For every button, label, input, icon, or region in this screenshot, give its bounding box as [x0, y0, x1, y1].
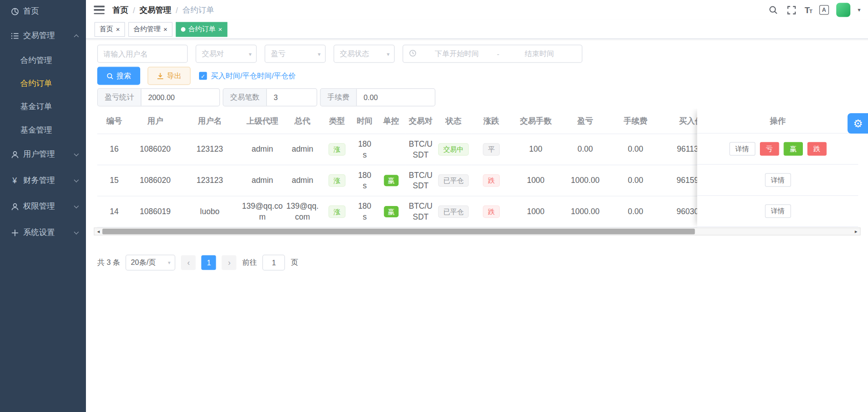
sidebar-item-user-management[interactable]: 用户管理 [0, 142, 86, 168]
win-button[interactable]: 赢 [783, 142, 803, 156]
hamburger-icon[interactable] [94, 6, 105, 14]
chevron-down-icon [74, 177, 79, 182]
breadcrumb: 首页 / 交易管理 / 合约订单 [113, 5, 214, 15]
close-icon[interactable]: × [163, 26, 167, 33]
date-range-picker[interactable]: 下单开始时间 - 结束时间 [403, 45, 583, 63]
scroll-right-icon[interactable]: ▸ [852, 228, 860, 235]
yen-icon: ¥ [10, 176, 19, 185]
action-row: 搜索 导出 ✓ 买入时间/平仓时间/平仓价 [97, 67, 868, 85]
table-row: 15 1086020 123123 admin admin 涨 180 s 赢 … [97, 165, 721, 196]
search-button[interactable]: 搜索 [97, 67, 140, 85]
trade-count-value[interactable]: 3 [267, 89, 317, 106]
close-icon[interactable]: × [218, 26, 223, 33]
horizontal-scrollbar: ◂ ▸ [94, 228, 861, 236]
page-size-select[interactable]: 20条/页 ▾ [126, 255, 175, 271]
operations-row: 详情 [697, 165, 858, 196]
page-number-1[interactable]: 1 [202, 255, 217, 270]
user-icon [10, 150, 19, 159]
tab-contract-orders[interactable]: 合约订单 × [176, 22, 228, 37]
table-row: 14 1086019 luobo 139@qq.com 139@qq.com 涨… [97, 196, 721, 227]
breadcrumb-current: 合约订单 [182, 5, 214, 15]
prev-page-button[interactable]: ‹ [181, 255, 196, 270]
type-tag: 涨 [328, 174, 346, 187]
control-tag: 赢 [384, 175, 398, 186]
export-button[interactable]: 导出 [147, 67, 190, 85]
settings-gear-button[interactable]: ⚙ [848, 113, 868, 134]
sidebar-item-fund-management[interactable]: 基金管理 [0, 118, 86, 141]
sidebar-item-permission-management[interactable]: 权限管理 [0, 194, 86, 220]
close-icon[interactable]: × [116, 26, 120, 33]
sidebar-item-trade-management[interactable]: 交易管理 [0, 23, 86, 49]
pnl-total-stat: 盈亏统计 2000.00 [97, 88, 220, 106]
sidebar-item-label: 首页 [23, 6, 78, 17]
status-tag: 交易中 [438, 143, 469, 156]
scrollbar-track[interactable] [102, 228, 852, 235]
lose-button[interactable]: 亏 [759, 142, 779, 156]
trade-submenu: 合约管理 合约订单 基金订单 基金管理 [0, 49, 86, 142]
sidebar-item-label: 交易管理 [23, 31, 75, 41]
trade-status-select[interactable]: 交易状态 ▾ [334, 45, 395, 63]
username-input[interactable] [97, 45, 188, 63]
fee-total-value[interactable]: 0.00 [357, 89, 435, 106]
sidebar-item-home[interactable]: 首页 [0, 0, 86, 23]
main-area: 首页 / 交易管理 / 合约订单 TT A ▾ 首 [86, 0, 868, 271]
sidebar-item-contract-orders[interactable]: 合约订单 [0, 72, 86, 95]
sidebar-item-system-settings[interactable]: 系统设置 [0, 220, 86, 246]
fall-button[interactable]: 跌 [807, 142, 826, 156]
breadcrumb-trade[interactable]: 交易管理 [140, 5, 171, 15]
next-page-button[interactable]: › [222, 255, 237, 270]
scrollbar-thumb[interactable] [102, 229, 694, 235]
table-row: 16 1086020 123123 admin admin 涨 180 s BT… [97, 134, 721, 165]
date-end-placeholder: 结束时间 [503, 49, 576, 59]
fee-total-stat: 手续费 0.00 [320, 88, 436, 106]
detail-button[interactable]: 详情 [729, 142, 755, 156]
filter-row: 交易对 ▾ 盈亏 ▾ 交易状态 ▾ 下单开始时间 - 结束时间 [97, 45, 868, 63]
page-unit-label: 页 [291, 258, 298, 268]
chevron-down-icon [74, 230, 79, 235]
font-size-icon[interactable]: TT [805, 5, 812, 14]
detail-button[interactable]: 详情 [765, 173, 791, 187]
pagination: 共 3 条 20条/页 ▾ ‹ 1 › 前往 页 [97, 255, 868, 271]
breadcrumb-home[interactable]: 首页 [113, 5, 128, 15]
pair-select[interactable]: 交易对 ▾ [196, 45, 257, 63]
operations-row: 详情 亏 赢 跌 [697, 134, 858, 165]
pnl-select[interactable]: 盈亏 ▾ [265, 45, 326, 63]
type-tag: 涨 [328, 205, 346, 218]
operations-column: 操作 详情 亏 赢 跌 详情 详情 [697, 109, 858, 228]
tab-contract-management[interactable]: 合约管理 × [128, 22, 173, 37]
trade-count-stat: 交易笔数 3 [223, 88, 318, 106]
control-tag: 赢 [384, 206, 398, 217]
plus-icon [10, 228, 19, 237]
chevron-down-icon: ▾ [168, 260, 171, 266]
caret-down-icon[interactable]: ▾ [858, 7, 860, 13]
updown-tag: 跌 [483, 174, 500, 187]
orders-table: 编号 用户 用户名 上级代理 总代 类型 时间 单控 交易对 状态 涨跌 交易手… [97, 109, 859, 228]
table-header-row: 编号 用户 用户名 上级代理 总代 类型 时间 单控 交易对 状态 涨跌 交易手… [97, 109, 721, 134]
detail-button[interactable]: 详情 [765, 204, 791, 218]
language-icon[interactable]: A [819, 5, 829, 14]
person-icon [10, 202, 19, 211]
sidebar-item-fund-orders[interactable]: 基金订单 [0, 95, 86, 118]
clock-icon [409, 49, 417, 58]
goto-page-input[interactable] [263, 255, 285, 271]
checkbox-check-icon: ✓ [199, 72, 207, 80]
breadcrumb-separator: / [176, 5, 178, 14]
active-dot [181, 27, 185, 31]
time-columns-checkbox[interactable]: ✓ 买入时间/平仓时间/平仓价 [199, 71, 296, 81]
search-icon[interactable] [768, 4, 779, 15]
sidebar-item-finance-management[interactable]: ¥ 财务管理 [0, 168, 86, 194]
chevron-down-icon: ▾ [318, 51, 320, 57]
updown-tag: 平 [483, 143, 500, 156]
status-tag: 已平仓 [438, 205, 469, 218]
chevron-down-icon: ▾ [387, 51, 389, 57]
list-icon [10, 31, 19, 40]
fullscreen-icon[interactable] [786, 4, 797, 15]
avatar[interactable] [836, 3, 850, 17]
app-viewport: 首页 交易管理 合约管理 合约订单 基金订单 基金管理 [0, 0, 868, 412]
date-start-placeholder: 下单开始时间 [420, 49, 493, 59]
tab-home[interactable]: 首页 × [95, 22, 125, 37]
scroll-left-icon[interactable]: ◂ [95, 228, 103, 235]
pnl-total-value[interactable]: 2000.00 [142, 89, 220, 106]
sidebar-item-contract-management[interactable]: 合约管理 [0, 49, 86, 72]
navbar-actions: TT A ▾ [768, 3, 861, 17]
